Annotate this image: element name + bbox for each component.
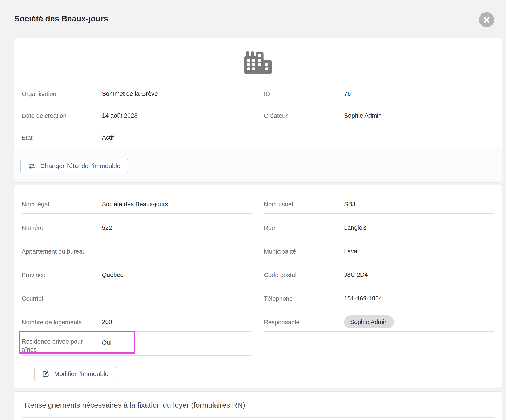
field-row-etat: État Actif	[22, 126, 494, 148]
field-label: Rue	[264, 224, 344, 237]
building-fields-grid: Organisation Sommet de la Grève Date de …	[14, 82, 502, 126]
building-icon	[14, 38, 502, 74]
field-row-residence-privee-aines: Résidence privée pour aînés Oui	[22, 332, 252, 356]
close-button[interactable]	[479, 12, 494, 27]
field-row-date-creation: Date de création 14 août 2023	[22, 104, 252, 126]
page-title: Société des Beaux-jours	[14, 14, 108, 23]
field-row-code-postal: Code postal J8C 2D4	[264, 261, 495, 284]
field-value: Société des Beaux-jours	[102, 200, 168, 213]
field-label: Nombre de logements	[22, 318, 102, 331]
field-label: Téléphone	[264, 295, 344, 308]
field-value: Sophie Admin	[344, 112, 382, 126]
building-card-footer: Changer l’état de l’immeuble	[14, 147, 502, 182]
field-value: Québec	[102, 271, 123, 284]
field-value: Laval	[344, 248, 359, 261]
exchange-arrows-icon	[28, 163, 36, 169]
close-icon	[483, 16, 490, 23]
responsable-badge: Sophie Admin	[344, 315, 394, 328]
field-row-appartement: Appartement ou bureau	[22, 237, 252, 261]
field-row-id: ID 76	[264, 82, 495, 104]
field-row-createur: Créateur Sophie Admin	[264, 104, 495, 126]
field-label: Responsable	[264, 318, 344, 331]
rn-section-divider	[22, 417, 494, 418]
field-label: Organisation	[22, 90, 102, 104]
field-row-responsable: Responsable Sophie Admin	[264, 308, 495, 332]
field-value: 14 août 2023	[102, 112, 137, 126]
details-fields-grid: Nom légal Société des Beaux-jours Numéro…	[14, 185, 502, 356]
field-label: Courriel	[22, 295, 102, 308]
field-label: État	[22, 134, 102, 147]
field-value: Sommet de la Grève	[102, 90, 158, 104]
edit-pencil-icon	[42, 370, 49, 378]
field-label: ID	[264, 90, 344, 104]
field-value: J8C 2D4	[344, 271, 368, 284]
field-value: 522	[102, 224, 112, 237]
field-label: Numéro	[22, 224, 102, 237]
field-value: 151-469-1804	[344, 295, 382, 308]
field-row-nom-usuel: Nom usuel SBJ	[264, 190, 495, 214]
field-row-nom-legal: Nom légal Société des Beaux-jours	[22, 190, 252, 214]
modal-header: Société des Beaux-jours	[0, 0, 506, 38]
field-label: Municipalité	[264, 248, 344, 261]
field-label: Code postal	[264, 271, 344, 284]
field-value: 200	[102, 318, 112, 331]
field-value: SBJ	[344, 200, 355, 213]
field-label: Appartement ou bureau	[22, 248, 102, 261]
change-state-button[interactable]: Changer l’état de l’immeuble	[20, 159, 128, 173]
field-row-municipalite: Municipalité Laval	[264, 237, 495, 261]
field-label: Créateur	[264, 112, 344, 126]
rn-section-title: Renseignements nécessaires à la fixation…	[25, 401, 502, 409]
modal-page: { "header": { "title": "Société des Beau…	[0, 0, 506, 420]
field-value: 76	[344, 90, 351, 104]
field-label: Résidence privée pour aînés	[22, 337, 102, 355]
field-value: Oui	[102, 337, 111, 355]
field-row-nombre-logements: Nombre de logements 200	[22, 308, 252, 332]
field-row-rue: Rue Langlois	[264, 214, 495, 237]
field-label: Nom usuel	[264, 200, 344, 213]
edit-building-button[interactable]: Modifier l’immeuble	[34, 367, 116, 381]
change-state-button-label: Changer l’état de l’immeuble	[40, 163, 120, 170]
field-label: Nom légal	[22, 200, 102, 213]
rn-section-card: Renseignements nécessaires à la fixation…	[14, 391, 502, 420]
building-details-card: Nom légal Société des Beaux-jours Numéro…	[14, 185, 502, 388]
field-row-telephone: Téléphone 151-469-1804	[264, 284, 495, 308]
field-row-numero: Numéro 522	[22, 214, 252, 237]
building-summary-card: Organisation Sommet de la Grève Date de …	[14, 38, 502, 183]
field-row-organisation: Organisation Sommet de la Grève	[22, 82, 252, 104]
field-value: Langlois	[344, 224, 367, 237]
field-label: Province	[22, 271, 102, 284]
field-row-province: Province Québec	[22, 261, 252, 284]
field-label: Date de création	[22, 112, 102, 126]
edit-building-button-label: Modifier l’immeuble	[54, 370, 108, 378]
field-value: Sophie Admin	[344, 318, 394, 331]
field-value: Actif	[102, 134, 114, 147]
field-row-courriel: Courriel	[22, 284, 252, 308]
